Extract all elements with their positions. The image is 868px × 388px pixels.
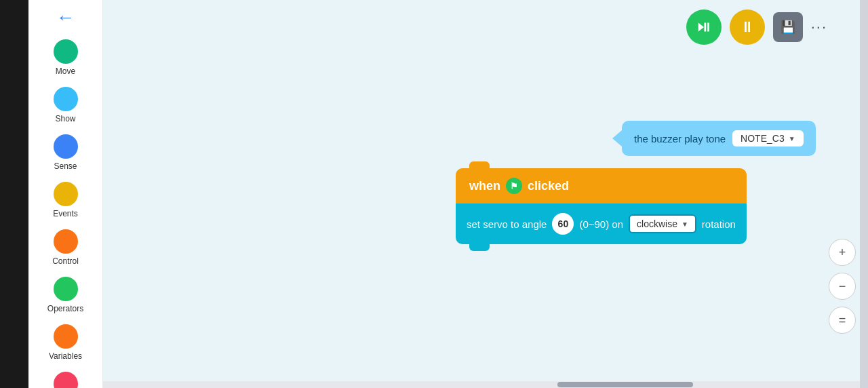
save-icon: 💾 bbox=[781, 20, 795, 35]
note-dropdown[interactable]: NOTE_C3 ▼ bbox=[732, 130, 803, 147]
sidebar-item-events[interactable]: Events bbox=[28, 179, 102, 221]
left-panel bbox=[0, 0, 28, 388]
chevron-down-direction-icon: ▼ bbox=[682, 220, 688, 228]
angle-number: 60 bbox=[558, 218, 569, 229]
move-label: Move bbox=[56, 66, 75, 76]
more-icon: ··· bbox=[811, 18, 827, 35]
zoom-out-button[interactable]: − bbox=[829, 273, 856, 300]
when-clicked-block[interactable]: when ⚑ clicked bbox=[456, 168, 747, 203]
buzzer-prefix: the buzzer play tone bbox=[634, 133, 726, 144]
flag-icon: ⚑ bbox=[506, 178, 522, 194]
top-toolbar: ⏸ 💾 ··· bbox=[686, 9, 827, 45]
control-label: Control bbox=[52, 256, 79, 266]
save-button[interactable]: 💾 bbox=[773, 12, 803, 42]
run-button[interactable] bbox=[686, 9, 722, 45]
sidebar-item-show[interactable]: Show bbox=[28, 84, 102, 126]
back-icon: ← bbox=[56, 7, 75, 28]
operators-circle bbox=[54, 277, 78, 301]
operators-label: Operators bbox=[47, 304, 83, 313]
servo-range: (0~90) on bbox=[579, 218, 623, 230]
buzzer-block-container: the buzzer play tone NOTE_C3 ▼ bbox=[622, 121, 816, 156]
more-button[interactable]: ··· bbox=[811, 18, 827, 36]
show-label: Show bbox=[55, 114, 75, 123]
sidebar-item-variables[interactable]: Variables bbox=[28, 322, 102, 364]
pause-icon: ⏸ bbox=[740, 18, 755, 36]
direction-dropdown[interactable]: clockwise ▼ bbox=[629, 214, 696, 233]
angle-value[interactable]: 60 bbox=[552, 213, 574, 235]
zoom-in-icon: + bbox=[839, 246, 846, 260]
when-text: when bbox=[469, 179, 500, 193]
show-circle bbox=[54, 87, 78, 111]
move-circle bbox=[54, 39, 78, 64]
zoom-out-icon: − bbox=[839, 279, 846, 294]
events-label: Events bbox=[53, 209, 78, 218]
variables-label: Variables bbox=[49, 351, 82, 361]
sidebar-item-control[interactable]: Control bbox=[28, 227, 102, 269]
sidebar-item-operators[interactable]: Operators bbox=[28, 274, 102, 316]
control-circle bbox=[54, 229, 78, 254]
right-controls: + − = bbox=[829, 239, 856, 334]
zoom-in-button[interactable]: + bbox=[829, 239, 856, 266]
buzzer-block: the buzzer play tone NOTE_C3 ▼ bbox=[622, 121, 816, 156]
main-canvas: ⏸ 💾 ··· the buzzer play tone NOTE_C3 ▼ w… bbox=[103, 0, 868, 388]
servo-prefix: set servo to angle bbox=[467, 218, 547, 230]
sense-label: Sense bbox=[54, 161, 77, 171]
when-clicked-block-container: when ⚑ clicked set servo to angle 60 (0~… bbox=[456, 168, 747, 244]
myblocks-circle bbox=[54, 372, 78, 388]
bottom-scrollbar[interactable] bbox=[103, 381, 860, 388]
servo-block: set servo to angle 60 (0~90) on clockwis… bbox=[456, 203, 747, 244]
sidebar-item-sense[interactable]: Sense bbox=[28, 132, 102, 174]
sidebar-item-myblocks[interactable]: My Blocks bbox=[28, 369, 102, 388]
servo-suffix: rotation bbox=[702, 218, 736, 230]
sense-circle bbox=[54, 134, 78, 159]
pause-button[interactable]: ⏸ bbox=[730, 9, 765, 45]
events-circle bbox=[54, 182, 78, 206]
zoom-fit-button[interactable]: = bbox=[829, 307, 856, 334]
sidebar-item-move[interactable]: Move bbox=[28, 37, 102, 79]
flag-symbol: ⚑ bbox=[510, 181, 518, 191]
sidebar: ← Move Show Sense Events Control Operato… bbox=[28, 0, 103, 388]
variables-circle bbox=[54, 324, 78, 349]
chevron-down-icon: ▼ bbox=[789, 135, 795, 142]
back-button[interactable]: ← bbox=[28, 7, 102, 28]
zoom-fit-icon: = bbox=[839, 313, 846, 328]
note-value: NOTE_C3 bbox=[741, 133, 785, 144]
clicked-text: clicked bbox=[528, 179, 569, 193]
scrollbar-thumb bbox=[557, 382, 693, 387]
right-scrollbar[interactable] bbox=[860, 0, 868, 388]
direction-value: clockwise bbox=[637, 218, 677, 229]
